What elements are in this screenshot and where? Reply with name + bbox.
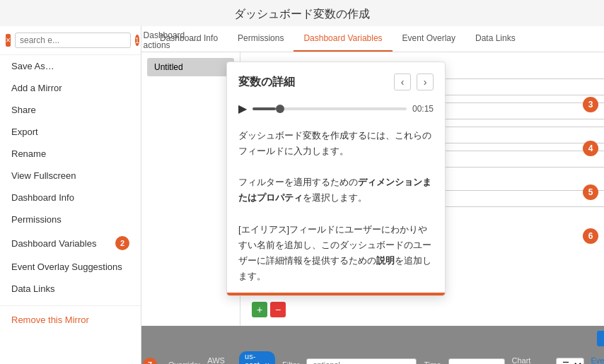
variable-list-item[interactable]: Untitled — [147, 58, 234, 76]
sidebar-item-data-links[interactable]: Data Links — [0, 278, 141, 300]
tab-event-overlay[interactable]: Event Overlay — [393, 26, 465, 52]
audio-progress — [252, 107, 276, 110]
tooltip-header: 変数の詳細 ‹ › — [238, 74, 434, 90]
sidebar-dots[interactable]: ··· — [189, 34, 198, 47]
tooltip-overlay: 変数の詳細 ‹ › ▶ 00:15 ダッシュボード変数を作成するには、これらのフ… — [226, 61, 446, 296]
right-badge-6: 6 — [583, 228, 598, 244]
done-button[interactable]: Done — [597, 331, 604, 346]
sidebar-item-dashboard-variables[interactable]: Dashboard Variables 2 — [0, 230, 141, 256]
form-button-row: + − — [252, 302, 604, 317]
bottom-badge: 7 — [143, 358, 157, 364]
search-input[interactable] — [15, 33, 131, 48]
audio-play-button[interactable]: ▶ — [238, 102, 247, 115]
tabs-left: Dashboard Info Permissions Dashboard Var… — [150, 26, 525, 52]
remove-variable-button[interactable]: − — [270, 302, 286, 317]
audio-dot — [276, 105, 284, 113]
tooltip-bottom-bar — [227, 293, 445, 295]
bottom-bar: 7 Override: AWS Region us-east-1a × Filt… — [141, 351, 604, 364]
tooltip-text-bold2: 説明 — [376, 255, 395, 266]
tab-permissions[interactable]: Permissions — [228, 26, 294, 52]
time-input[interactable] — [448, 358, 505, 364]
tooltip-title: 変数の詳細 — [238, 75, 295, 90]
sidebar-item-remove-mirror[interactable]: Remove this Mirror — [0, 305, 141, 331]
chart-resolution-label: Chart Resolution — [512, 356, 549, 364]
aws-region-tag-close[interactable]: × — [265, 360, 269, 364]
sidebar-item-save-as[interactable]: Save As… — [0, 55, 141, 77]
sidebar-item-rename[interactable]: Rename — [0, 143, 141, 165]
tooltip-text-part3: を選択します。 — [303, 192, 367, 203]
tooltip-text: ダッシュボード変数を作成するには、これらのフィールドに入力します。 フィルターを… — [238, 128, 434, 284]
filter-label: Filter — [282, 360, 299, 364]
sidebar-item-export[interactable]: Export — [0, 121, 141, 143]
sidebar: × 1 Dashboard actions ··· Save As… Add a… — [0, 26, 141, 364]
aws-region-label: AWS Region — [207, 356, 232, 364]
tab-dashboard-variables[interactable]: Dashboard Variables — [294, 26, 392, 52]
tooltip-audio: ▶ 00:15 — [238, 99, 434, 118]
sidebar-badge: 1 — [135, 35, 139, 46]
sidebar-item-permissions[interactable]: Permissions — [0, 209, 141, 230]
audio-time: 00:15 — [412, 104, 434, 114]
right-badge-3: 3 — [583, 97, 598, 112]
right-badge-4: 4 — [583, 141, 598, 156]
sidebar-menu: Save As… Add a Mirror Share Export Renam… — [0, 55, 141, 364]
tooltip-nav: ‹ › — [394, 74, 434, 90]
page-title: ダッシュボード変数の作成 — [0, 0, 604, 26]
content-area: Dashboard Info Permissions Dashboard Var… — [141, 26, 604, 364]
tabs-bar: Dashboard Info Permissions Dashboard Var… — [141, 26, 604, 52]
tooltip-text-part2: フィルターを適用するための — [238, 177, 358, 187]
sidebar-item-add-mirror[interactable]: Add a Mirror — [0, 77, 141, 99]
sidebar-item-dashboard-info[interactable]: Dashboard Info — [0, 187, 141, 209]
right-badges: 3 4 5 6 — [583, 97, 598, 244]
right-badge-5: 5 — [583, 184, 598, 200]
aws-region-tag-value: us-east-1a — [245, 352, 262, 364]
sidebar-header: × 1 Dashboard actions ··· — [0, 26, 141, 55]
time-label: Time — [424, 360, 441, 364]
variables-list: Untitled — [141, 52, 240, 326]
sidebar-item-share[interactable]: Share — [0, 99, 141, 121]
sidebar-variables-badge: 2 — [115, 236, 129, 250]
sidebar-item-view-fullscreen[interactable]: View Fullscreen — [0, 165, 141, 187]
chart-resolution-select[interactable]: ☰ — [556, 358, 584, 364]
dashboard-actions-label: Dashboard actions — [144, 30, 185, 50]
filter-input[interactable] — [306, 358, 417, 364]
sidebar-close-button[interactable]: × — [6, 34, 11, 47]
tab-data-links[interactable]: Data Links — [465, 26, 525, 52]
add-variable-button[interactable]: + — [252, 302, 267, 317]
tooltip-prev-button[interactable]: ‹ — [394, 74, 411, 90]
sidebar-item-event-overlay[interactable]: Event Overlay Suggestions — [0, 256, 141, 278]
aws-region-tag: us-east-1a × — [239, 351, 275, 364]
tooltip-next-button[interactable]: › — [417, 74, 434, 90]
audio-bar — [252, 107, 407, 110]
override-label: Override: — [168, 360, 200, 364]
event-overlay-link[interactable]: Event Overlay — [591, 356, 605, 364]
tooltip-text-part1: ダッシュボード変数を作成するには、これらのフィールドに入力します。 — [238, 130, 431, 156]
